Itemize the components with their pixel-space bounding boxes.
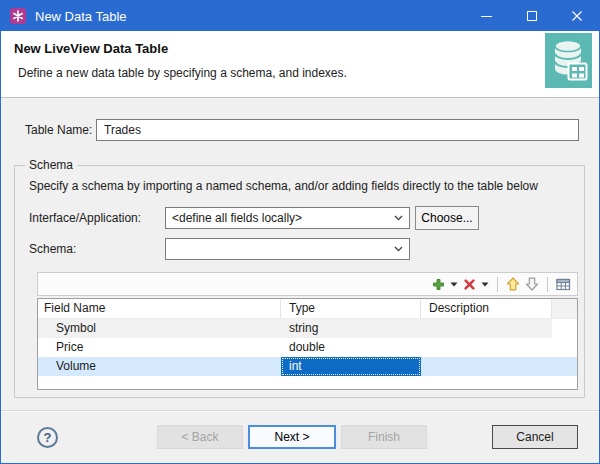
interface-application-value: <define all fields locally> (166, 211, 387, 225)
type-cell-selected[interactable]: int (281, 357, 421, 376)
minimize-icon (481, 16, 492, 17)
interface-application-label: Interface/Application: (29, 211, 141, 225)
column-header-filler (552, 299, 577, 319)
page-description: Define a new data table by specifying a … (18, 66, 347, 80)
chevron-down-icon (387, 215, 409, 221)
column-header-field-name[interactable]: Field Name (38, 299, 281, 319)
table-name-value: Trades (104, 123, 141, 137)
table-row[interactable]: Price double (38, 338, 577, 357)
table-row-selected[interactable]: Volume int (38, 357, 577, 376)
toolbar-separator (497, 277, 498, 292)
table-row[interactable]: Symbol string (38, 319, 577, 338)
table-name-row: Table Name: Trades (25, 119, 579, 141)
cancel-button[interactable]: Cancel (492, 425, 578, 449)
title-bar[interactable]: New Data Table (1, 1, 599, 31)
wizard-banner: New LiveView Data Table Define a new dat… (1, 31, 599, 98)
type-cell[interactable]: double (281, 338, 421, 357)
schema-group: Schema Specify a schema by importing a n… (14, 165, 585, 398)
table-name-label: Table Name: (25, 123, 96, 137)
fields-table: Field Name Type Description Symbol strin… (37, 298, 578, 390)
column-header-description[interactable]: Description (421, 299, 552, 319)
toolbar-separator (547, 277, 548, 292)
dialog-body: Table Name: Trades Schema Specify a sche… (1, 98, 599, 410)
interface-application-combo[interactable]: <define all fields locally> (165, 207, 410, 229)
button-bar: ? < Back Next > Finish Cancel (1, 410, 599, 463)
move-down-icon[interactable] (525, 277, 539, 291)
delete-field-icon[interactable] (463, 278, 476, 291)
move-up-icon[interactable] (506, 277, 520, 291)
fields-table-header: Field Name Type Description (38, 299, 577, 319)
maximize-button[interactable] (509, 1, 554, 31)
description-cell[interactable] (421, 357, 552, 376)
close-icon (571, 10, 583, 22)
description-cell[interactable] (421, 338, 552, 357)
add-field-menu-icon[interactable] (450, 282, 458, 287)
new-data-table-wizard-icon (10, 8, 26, 24)
delete-field-menu-icon[interactable] (481, 282, 489, 287)
choose-button[interactable]: Choose... (415, 206, 479, 230)
add-field-icon[interactable] (432, 278, 445, 291)
schema-instruction: Specify a schema by importing a named sc… (29, 179, 538, 193)
maximize-icon (527, 11, 537, 21)
description-cell[interactable] (421, 319, 552, 338)
help-button[interactable]: ? (37, 427, 58, 448)
schema-label: Schema: (29, 242, 76, 256)
schema-combo[interactable] (165, 238, 410, 260)
fields-toolbar (37, 272, 578, 296)
minimize-button[interactable] (464, 1, 509, 31)
schema-group-legend: Schema (25, 158, 77, 172)
page-title: New LiveView Data Table (14, 41, 168, 56)
field-name-cell[interactable]: Price (38, 338, 281, 357)
close-button[interactable] (554, 1, 599, 31)
back-button[interactable]: < Back (157, 425, 243, 449)
finish-button[interactable]: Finish (341, 425, 427, 449)
window-title: New Data Table (35, 9, 464, 24)
column-header-type[interactable]: Type (281, 299, 421, 319)
chevron-down-icon (387, 246, 409, 252)
new-data-table-dialog: New Data Table New LiveView Data Table D… (0, 0, 600, 464)
table-name-input[interactable]: Trades (96, 119, 579, 141)
field-name-cell[interactable]: Volume (38, 357, 281, 376)
next-button[interactable]: Next > (248, 425, 336, 449)
data-table-banner-icon (545, 33, 592, 88)
type-cell[interactable]: string (281, 319, 421, 338)
copy-table-icon[interactable] (556, 278, 571, 291)
field-name-cell[interactable]: Symbol (38, 319, 281, 338)
